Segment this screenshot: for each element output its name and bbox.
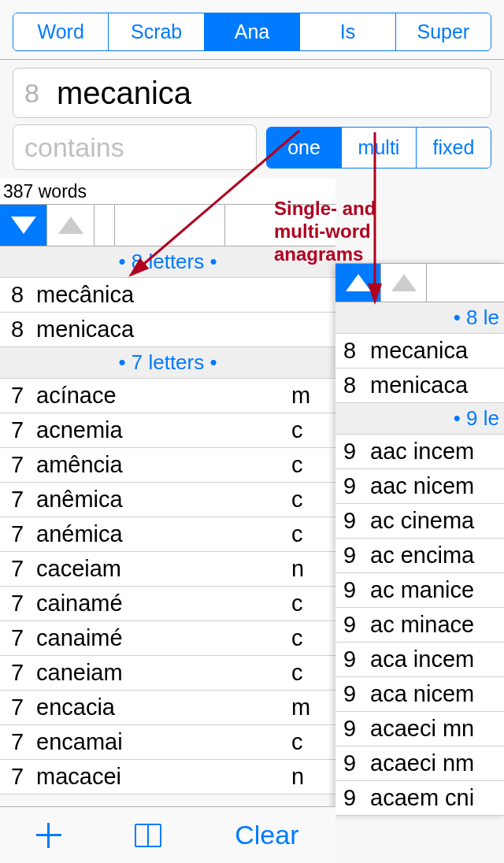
row-word: encamai (35, 725, 291, 760)
table-row[interactable]: 7macacein (0, 760, 335, 794)
anagram-mode-segment: onemultifixed (266, 127, 491, 169)
table-row[interactable]: 8mecânica (0, 278, 335, 313)
table-row[interactable]: 7encamaic (0, 725, 335, 760)
row-word: acaeci nm (369, 746, 504, 781)
row-remainder: c (291, 448, 335, 483)
row-length: 7 (0, 517, 35, 552)
table-row[interactable]: 7cainaméc (0, 587, 335, 621)
table-row[interactable]: 9aca nicem (335, 677, 504, 712)
row-length: 9 (335, 573, 369, 608)
row-remainder: c (291, 413, 335, 448)
row-remainder: m (291, 379, 335, 413)
row-length: 9 (335, 504, 369, 539)
table-row[interactable]: 9aca incem (335, 643, 504, 677)
triangle-down-icon (11, 217, 36, 234)
table-row[interactable]: 7amênciac (0, 448, 335, 483)
search-row: 8 mecanica (0, 60, 504, 124)
table-row[interactable]: 9ac minace (335, 608, 504, 643)
table-row[interactable]: 9ac cinema (335, 504, 504, 539)
row-word: amência (35, 448, 291, 483)
row-length: 7 (0, 552, 35, 587)
row-length: 7 (0, 483, 35, 517)
table-row[interactable]: 9acaeci nm (335, 746, 504, 781)
section-header: • 8 le (335, 302, 504, 334)
mode-tabs: WordScrabAnaIsSuper (0, 0, 504, 60)
row-remainder: n (291, 760, 335, 794)
row-length: 7 (0, 725, 35, 760)
table-row[interactable]: 8mecanica (335, 334, 504, 369)
table-row[interactable]: 9aac incem (335, 435, 504, 469)
table-row[interactable]: 9ac manice (335, 573, 504, 608)
sort-asc-button[interactable] (47, 205, 94, 246)
letter-count: 8 (24, 78, 39, 109)
tab-scrab[interactable]: Scrab (109, 13, 204, 50)
sort-spacer (427, 264, 504, 302)
search-input-container: 8 mecanica (13, 68, 491, 118)
tab-word[interactable]: Word (13, 13, 109, 50)
table-row[interactable]: 8menicaca (0, 313, 335, 347)
search-input[interactable]: mecanica (57, 76, 480, 111)
section-header: • 9 le (335, 403, 504, 435)
row-word: macacei (35, 760, 291, 794)
bottom-toolbar: Clear (0, 806, 335, 863)
add-button[interactable] (36, 823, 61, 848)
row-length: 8 (0, 278, 35, 313)
contains-input[interactable]: contains (13, 124, 257, 170)
row-word: ac cinema (369, 504, 504, 539)
table-row[interactable]: 9acaem cni (335, 781, 504, 816)
sort-asc-button[interactable] (335, 264, 381, 302)
sort-desc-button[interactable] (0, 205, 47, 246)
row-length: 8 (335, 334, 369, 369)
section-header: • 7 letters • (0, 347, 335, 379)
row-word: mecanica (369, 334, 504, 369)
mode-multi[interactable]: multi (342, 128, 417, 168)
table-row[interactable]: 7caneiamc (0, 656, 335, 691)
row-length: 7 (0, 691, 35, 725)
tab-super[interactable]: Super (396, 13, 491, 50)
row-length: 9 (335, 539, 369, 573)
table-row[interactable]: 8menicaca (335, 369, 504, 403)
row-word: menicaca (35, 313, 291, 347)
row-length: 9 (335, 746, 369, 781)
section-header: • 8 letters • (0, 246, 335, 278)
table-row[interactable]: 7acnemiac (0, 413, 335, 448)
sort-col3[interactable] (225, 205, 335, 246)
row-length: 7 (0, 621, 35, 656)
row-remainder: c (291, 517, 335, 552)
table-row[interactable]: 9ac encima (335, 539, 504, 573)
row-length: 7 (0, 448, 35, 483)
row-length: 9 (335, 712, 369, 746)
row-remainder: m (291, 691, 335, 725)
tab-ana[interactable]: Ana (205, 13, 300, 50)
row-length: 7 (0, 656, 35, 691)
tab-is[interactable]: Is (300, 13, 395, 50)
results-panel-one: 387 words • 8 letters •8mecânica8menicac… (0, 178, 335, 794)
row-remainder: c (291, 656, 335, 691)
sort-col2[interactable] (115, 205, 225, 246)
row-word: cainamé (35, 587, 291, 621)
table-row[interactable]: 7anêmicac (0, 483, 335, 517)
mode-fixed[interactable]: fixed (417, 128, 491, 168)
mode-one[interactable]: one (267, 128, 342, 168)
clear-button[interactable]: Clear (235, 820, 298, 850)
row-word: aac nicem (369, 469, 504, 504)
row-word: anêmica (35, 483, 291, 517)
table-row[interactable]: 7encaciam (0, 691, 335, 725)
row-length: 9 (335, 469, 369, 504)
row-word: acaeci mn (369, 712, 504, 746)
sort-row-right (335, 263, 504, 302)
table-row[interactable]: 7canaiméc (0, 621, 335, 656)
row-word: aca incem (369, 643, 504, 677)
row-remainder: c (291, 725, 335, 760)
row-word: menicaca (369, 369, 504, 403)
dictionary-button[interactable] (135, 824, 161, 847)
table-row[interactable]: 9aac nicem (335, 469, 504, 504)
table-row[interactable]: 9acaeci mn (335, 712, 504, 746)
sort-asc2-button[interactable] (381, 264, 427, 302)
table-row[interactable]: 7anémicac (0, 517, 335, 552)
row-word: acnemia (35, 413, 291, 448)
table-row[interactable]: 7caceiamn (0, 552, 335, 587)
row-word: acaem cni (369, 781, 504, 816)
table-row[interactable]: 7acínacem (0, 379, 335, 413)
row-length: 7 (0, 760, 35, 794)
